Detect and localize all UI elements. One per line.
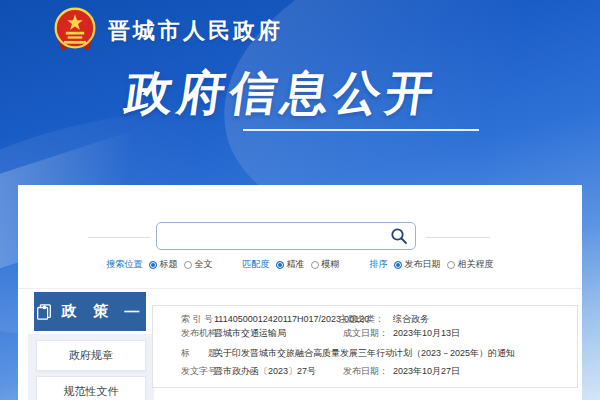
radio-option-relevance[interactable]: 相关程度	[447, 258, 494, 271]
national-emblem-icon	[52, 6, 98, 52]
title-underline	[243, 129, 479, 131]
divider-line	[426, 237, 490, 238]
radio-unselected-icon[interactable]	[184, 261, 192, 269]
sidebar-item-gov-rules[interactable]: 政府规章	[36, 340, 146, 371]
doc-number-value: 晋市政办函〔2023〕27号	[214, 365, 316, 377]
publish-date-label: 发布日期：	[343, 365, 388, 377]
search-button[interactable]	[390, 227, 408, 245]
document-meta-table: 索 引 号： 11140500012420117H017/2023-00120 …	[152, 305, 578, 388]
radio-selected-icon[interactable]	[149, 261, 157, 269]
radio-option-precise[interactable]: 精准	[276, 258, 305, 271]
search-input[interactable]	[165, 225, 379, 249]
search-box	[156, 222, 416, 250]
written-date-label: 成文日期：	[343, 327, 388, 339]
topic-category-value: 综合政务	[393, 313, 429, 325]
search-filter-row: 搜索位置 标题 全文 匹配度 精准 模糊 排序	[0, 258, 600, 271]
radio-unselected-icon[interactable]	[311, 261, 319, 269]
divider-line	[88, 237, 150, 238]
radio-option-title[interactable]: 标题	[149, 258, 178, 271]
filter-group-sort: 排序 发布日期 相关程度	[370, 258, 494, 271]
publish-date-value: 2023年10月27日	[393, 365, 460, 377]
filter-group-match: 匹配度 精准 模糊	[243, 258, 340, 271]
radio-option-fulltext[interactable]: 全文	[184, 258, 213, 271]
page-title: 政府信息公开	[122, 62, 443, 125]
radio-option-pubdate[interactable]: 发布日期	[394, 258, 441, 271]
search-icon	[390, 227, 408, 245]
radio-selected-icon[interactable]	[276, 261, 284, 269]
written-date-value: 2023年10月13日	[393, 327, 460, 339]
doc-title-value: 关于印发晋城市交旅融合高质量发展三年行动计划（2023－2025年）的通知	[214, 347, 515, 359]
filter-group-search-scope: 搜索位置 标题 全文	[107, 258, 213, 271]
page-root: 晋城市人民政府 政府信息公开 搜索位置 标题 全文	[0, 0, 600, 400]
sidebar-header-label: 政 策 —	[62, 302, 145, 321]
filter-label: 搜索位置	[107, 258, 143, 271]
documents-icon	[35, 303, 53, 321]
radio-selected-icon[interactable]	[394, 261, 402, 269]
sidebar-header-policy[interactable]: 政 策 —	[34, 292, 146, 331]
filter-label: 匹配度	[243, 258, 270, 271]
topic-category-label: 主题分类：	[339, 313, 384, 325]
section-divider	[18, 288, 582, 289]
radio-unselected-icon[interactable]	[447, 261, 455, 269]
issuing-agency-value: 晋城市交通运输局	[214, 327, 286, 339]
sidebar-item-normative-docs[interactable]: 规范性文件	[36, 376, 146, 400]
filter-label: 排序	[370, 258, 388, 271]
site-name: 晋城市人民政府	[108, 16, 283, 46]
radio-option-fuzzy[interactable]: 模糊	[311, 258, 340, 271]
